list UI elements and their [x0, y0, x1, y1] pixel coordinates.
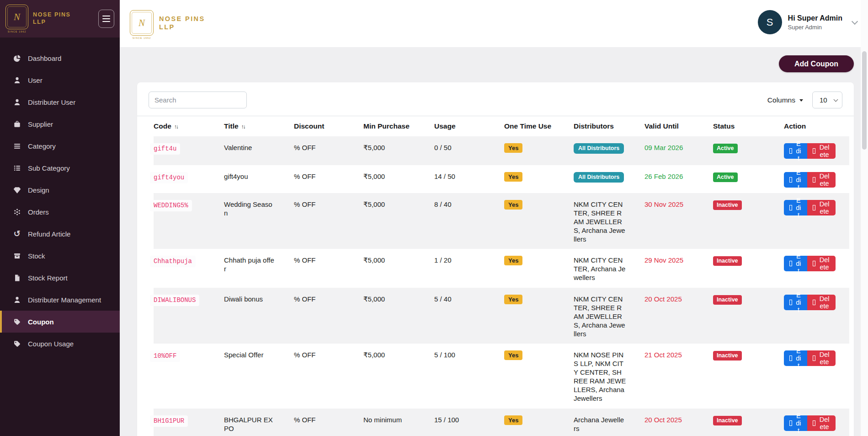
briefcase-icon	[13, 120, 21, 128]
delete-button[interactable]: Delete	[807, 143, 836, 159]
distributors-list: NKM CITY CENTER, Archana Jewellers	[574, 249, 644, 288]
delete-button[interactable]: Delete	[807, 256, 836, 271]
one-time-use-badge: Yes	[504, 350, 522, 360]
scrollbar[interactable]	[861, 0, 868, 436]
main-content: Add Coupon Columns 10	[120, 47, 868, 436]
sidebar-item-orders[interactable]: Orders	[0, 201, 120, 223]
status-badge: Inactive	[713, 351, 742, 361]
action-buttons: Edit Delete	[784, 415, 836, 431]
user-icon	[13, 296, 21, 304]
status-badge: Inactive	[713, 416, 742, 425]
coupon-discount: % OFF	[294, 165, 363, 193]
delete-icon	[813, 177, 815, 183]
sidebar-item-label: Stock Report	[28, 274, 68, 282]
coupon-min-purchase: ₹5,000	[363, 165, 434, 193]
action-buttons: Edit Delete	[784, 172, 836, 188]
edit-button[interactable]: Edit	[784, 200, 807, 215]
column-header-valid-until: Valid Until	[644, 116, 713, 136]
columns-dropdown[interactable]: Columns	[767, 96, 803, 104]
search-input[interactable]	[149, 92, 247, 108]
delete-button[interactable]: Delete	[807, 415, 836, 431]
sidebar-nav: Dashboard User Distributer User Supplier…	[0, 38, 120, 355]
status-badge: Active	[713, 144, 738, 153]
coupon-discount: % OFF	[294, 249, 363, 288]
sidebar-item-dashboard[interactable]: Dashboard	[0, 47, 120, 69]
sidebar-item-stock[interactable]: Stock	[0, 245, 120, 267]
coupon-usage: 8 / 40	[434, 193, 504, 249]
brand-emblem: N SINCE 1962	[130, 10, 154, 39]
box-icon	[13, 252, 21, 260]
column-header-one-time-use: One Time Use	[504, 116, 574, 136]
action-buttons: Edit Delete	[784, 350, 836, 366]
delete-icon	[813, 420, 815, 426]
edit-button[interactable]: Edit	[784, 350, 807, 366]
sidebar-item-label: Dashboard	[28, 54, 61, 62]
add-coupon-button[interactable]: Add Coupon	[779, 55, 854, 72]
edit-button[interactable]: Edit	[784, 172, 807, 188]
edit-button[interactable]: Edit	[784, 415, 807, 431]
sidebar-item-stock-report[interactable]: Stock Report	[0, 267, 120, 289]
coupon-usage: 14 / 50	[434, 165, 504, 193]
coupon-code: DIWALIBONUS	[150, 295, 199, 306]
brand-name: NOSE PINS LLP	[159, 15, 205, 31]
delete-icon	[813, 205, 815, 210]
sidebar-item-label: Coupon	[28, 318, 54, 326]
coupon-min-purchase: ₹5,000	[363, 288, 434, 344]
edit-icon	[789, 177, 792, 183]
columns-label: Columns	[767, 96, 795, 104]
scrollbar-thumb[interactable]	[862, 51, 867, 150]
all-distributors-badge: All Distributors	[574, 172, 624, 183]
one-time-use-badge: Yes	[504, 143, 522, 153]
sidebar-item-design[interactable]: Design	[0, 179, 120, 201]
column-header-code[interactable]: Code↑↓	[154, 116, 224, 136]
sidebar-item-label: Supplier	[28, 120, 53, 128]
coupon-code: 10%OFF	[150, 350, 180, 362]
sidebar-item-category[interactable]: Category	[0, 135, 120, 157]
page-size-value: 10	[820, 96, 827, 104]
page-size-select[interactable]: 10	[812, 92, 842, 108]
coupon-code: gift4u	[150, 143, 180, 155]
coupon-title: Special Offer	[224, 344, 294, 409]
profile-text: Hi Super Admin Super Admin	[788, 14, 842, 31]
coupon-min-purchase: ₹5,000	[363, 193, 434, 249]
edit-button[interactable]: Edit	[784, 256, 807, 271]
action-buttons: Edit Delete	[784, 200, 836, 215]
delete-button[interactable]: Delete	[807, 295, 836, 310]
sort-icon: ↑↓	[241, 124, 245, 130]
valid-until: 21 Oct 2025	[644, 344, 713, 409]
distributors-list: NKM NOSE PINS LLP, NKM CITY CENTER, SHRE…	[574, 344, 644, 409]
one-time-use-badge: Yes	[504, 200, 522, 210]
file-icon	[13, 274, 21, 282]
toolbar-right: Columns 10	[767, 92, 842, 108]
sidebar-item-coupon-usage[interactable]: Coupon Usage	[0, 333, 120, 355]
sidebar-toggle-button[interactable]	[98, 10, 114, 28]
sidebar-item-refund-article[interactable]: ↺ Refund Article	[0, 223, 120, 245]
sidebar-item-distributer-management[interactable]: Distributer Management	[0, 289, 120, 311]
ornament-icon	[13, 208, 21, 216]
profile-menu[interactable]: S Hi Super Admin Super Admin	[758, 10, 857, 34]
brand-emblem: N SINCE 1962	[5, 5, 28, 33]
coupon-min-purchase: ₹5,000	[363, 249, 434, 288]
brand-monogram: N	[14, 11, 20, 23]
coupon-code: Chhathpuja	[150, 256, 196, 267]
delete-button[interactable]: Delete	[807, 172, 836, 188]
coupon-min-purchase: No minimum	[363, 409, 434, 436]
coupon-usage: 5 / 40	[434, 288, 504, 344]
coupon-code: gift4you	[150, 172, 188, 183]
edit-button[interactable]: Edit	[784, 295, 807, 310]
sidebar-item-distributer-user[interactable]: Distributer User	[0, 91, 120, 113]
delete-button[interactable]: Delete	[807, 350, 836, 366]
delete-button[interactable]: Delete	[807, 200, 836, 215]
coupon-discount: % OFF	[294, 288, 363, 344]
chevron-down-icon	[834, 97, 838, 102]
action-buttons: Edit Delete	[784, 295, 836, 310]
column-header-title[interactable]: Title↑↓	[224, 116, 294, 136]
edit-button[interactable]: Edit	[784, 143, 807, 159]
sidebar-item-sub-category[interactable]: Sub Category	[0, 157, 120, 179]
avatar: S	[758, 10, 782, 34]
profile-greeting: Hi Super Admin	[788, 14, 842, 22]
sidebar-item-user[interactable]: User	[0, 69, 120, 91]
table-row: Chhathpuja Chhath puja offer % OFF ₹5,00…	[154, 249, 849, 288]
sidebar-item-supplier[interactable]: Supplier	[0, 113, 120, 135]
sidebar-item-coupon[interactable]: Coupon	[0, 311, 120, 333]
